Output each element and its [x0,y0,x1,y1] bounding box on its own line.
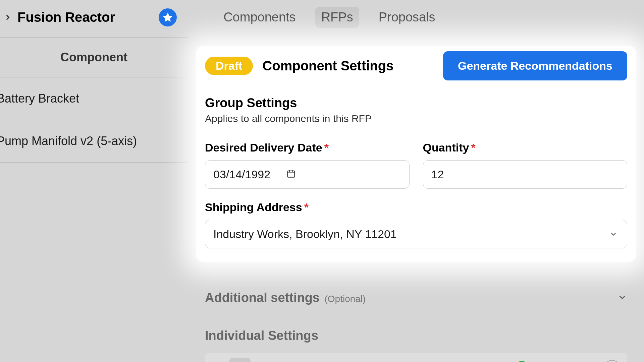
star-badge-icon[interactable] [159,8,177,26]
card-title: Component Settings [262,58,434,73]
shipping-label: Shipping Address* [205,201,627,214]
group-settings-subtitle: Applies to all components in this RFP [205,113,627,124]
sidebar-header-label: Component [60,50,127,64]
additional-settings-title: Additional settings [205,291,320,305]
delete-button[interactable] [604,360,621,362]
group-settings-title: Group Settings [205,96,627,110]
main-tabs: Components RFPs Proposals [217,7,441,28]
breadcrumb: Fusion Reactor [3,10,115,25]
status-badge: Draft [205,57,253,75]
component-settings-card: Draft Component Settings Generate Recomm… [196,46,636,262]
sidebar-item-battery[interactable]: Battery Bracket [0,77,188,120]
app-header: Fusion Reactor Components RFPs Proposals [0,0,644,37]
required-asterisk: * [471,141,475,154]
tab-components[interactable]: Components [217,7,302,28]
component-sidebar: Component Battery Bracket Pump Manifold … [0,37,188,362]
additional-settings-toggle[interactable]: Additional settings (Optional) [205,281,627,315]
chevron-right-icon[interactable] [3,13,12,22]
delivery-date-input[interactable]: 03/14/1992 [205,160,410,189]
main-content: Draft Component Settings Generate Recomm… [188,37,644,362]
header-divider [197,9,197,26]
quantity-label: Quantity* [423,141,628,154]
individual-settings-title: Individual Settings [205,315,627,353]
chevron-down-icon [609,228,618,241]
optional-label: (Optional) [324,294,366,304]
required-asterisk: * [304,201,309,214]
tab-proposals[interactable]: Proposals [373,7,441,28]
individual-component-row[interactable]: Battery Bracket Total: 240 [205,353,627,362]
component-thumbnail-icon [229,358,251,362]
sidebar-item-pump[interactable]: Pump Manifold v2 (5-axis) [0,120,188,163]
chevron-down-icon [617,292,627,304]
breadcrumb-title[interactable]: Fusion Reactor [17,10,115,25]
tab-rfps[interactable]: RFPs [315,7,359,28]
quantity-input[interactable]: 12 [423,160,628,189]
generate-recommendations-button[interactable]: Generate Recommendations [443,51,627,80]
sidebar-header: Component [0,37,188,77]
required-asterisk: * [324,141,329,154]
svg-rect-0 [288,171,295,177]
calendar-icon[interactable] [286,168,296,181]
shipping-address-select[interactable]: Industry Works, Brooklyn, NY 11201 [205,220,627,248]
delivery-date-label: Desired Delivery Date* [205,141,410,154]
